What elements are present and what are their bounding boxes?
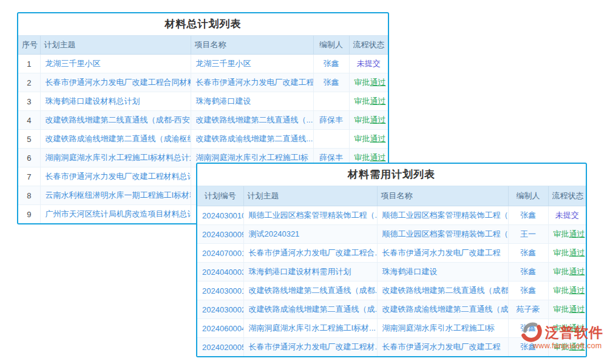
cell-author: 张鑫 [508,263,548,281]
cell-project[interactable]: 改建铁路成渝线增建第二直通线... [191,130,313,149]
fanpu-logo-icon [518,320,544,345]
cell-project[interactable]: 改建铁路线增建第二线直通线（成都... [377,281,508,300]
cell-author: 张鑫 [508,281,548,300]
cell-project[interactable]: 珠海鹤港口建设 [191,92,313,111]
cell-number[interactable]: 2024030001 [197,281,243,300]
cell-project[interactable]: 长春市伊通河水力发电厂改建工程 [377,338,508,357]
cell-index: 6 [18,149,40,167]
cell-subject[interactable]: 长春市伊通河水力发电厂改建工程合... [243,244,377,263]
cell-author: 张鑫 [508,244,548,263]
column-header-index: 序号 [18,36,40,55]
cell-number[interactable]: 2024060004 [197,319,243,338]
table-row[interactable]: 2024030009测试20240321顺德工业园区档案管理精装饰工程（...王… [197,225,586,244]
cell-project[interactable]: 湖南洞庭湖水库引水工程施工I标 [377,319,508,338]
cell-status[interactable]: 审批通过 [349,73,388,92]
table-row[interactable]: 3珠海鹤港口建设材料总计划珠海鹤港口建设审批通过 [18,92,388,111]
cell-subject[interactable]: 珠海鹤港口建设材料需用计划 [243,263,377,281]
cell-index: 9 [18,205,40,224]
table-row[interactable]: 2长春市伊通河水力发电厂改建工程合同材料...长春市伊通河水力发电厂改建工程张鑫… [18,73,388,92]
table-row[interactable]: 2024030001改建铁路线增建第二线直通线（成都...改建铁路线增建第二线直… [197,281,586,300]
cell-subject[interactable]: 改建铁路线增建第二线直通线（成都-西安）... [40,111,191,130]
cell-subject[interactable]: 改建铁路成渝线增建第二直通线（成... [243,300,377,319]
cell-number[interactable]: 2024020005 [197,338,243,357]
cell-author: 张鑫 [313,55,349,73]
column-header-author: 编制人 [313,36,349,55]
column-header-project: 项目名称 [191,36,313,55]
cell-project[interactable]: 珠海鹤港口建设 [377,263,508,281]
fanpu-watermark: 泛普软件 www.fanpusoft.com [518,320,607,350]
cell-project[interactable]: 长春市伊通河水力发电厂改建工程 [377,244,508,263]
cell-status[interactable]: 未提交 [548,206,586,225]
column-header-status: 流程状态 [349,36,388,55]
cell-project[interactable]: 长春市伊通河水力发电厂改建工程 [191,73,313,92]
cell-project[interactable]: 改建铁路线增建第二线直通线（... [191,111,313,130]
cell-author [313,130,349,149]
page: 材料总计划列表 序号计划主题项目名称编制人流程状态1龙湖三千里小区龙湖三千里小区… [0,0,607,364]
table-title: 材料需用计划列表 [197,164,586,186]
cell-author: 张鑫 [313,73,349,92]
cell-status[interactable]: 审批通过 [548,263,586,281]
cell-number[interactable]: 2024030010 [197,206,243,225]
watermark-brand-text: 泛普软件 [545,323,603,342]
watermark-url-text: www.fanpusoft.com [533,342,607,350]
cell-project[interactable]: 改建铁路成渝线增建第二直通线（成... [377,300,508,319]
cell-number[interactable]: 2024030009 [197,225,243,244]
cell-subject[interactable]: 广州市天河区统计局机房改造项目材料总计划 [40,205,191,224]
cell-index: 3 [18,92,40,111]
cell-subject[interactable]: 湖南洞庭湖水库引水工程施工I标材料总计划 [40,149,191,167]
table-row[interactable]: 2024030010顺德工业园区档案管理精装饰工程（...顺德工业园区档案管理精… [197,206,586,225]
cell-subject[interactable]: 改建铁路成渝线增建第二直通线（成渝枢纽... [40,130,191,149]
cell-subject[interactable]: 龙湖三千里小区 [40,55,191,73]
table-row[interactable]: 2024070001长春市伊通河水力发电厂改建工程合...长春市伊通河水力发电厂… [197,244,586,263]
table-row[interactable]: 2024030002改建铁路成渝线增建第二直通线（成...改建铁路成渝线增建第二… [197,300,586,319]
cell-subject[interactable]: 云南水利枢纽潜明水库一期工程施工I标材料... [40,186,191,205]
column-header-project: 项目名称 [377,186,508,206]
table-title: 材料总计划列表 [18,13,388,36]
table-row[interactable]: 4改建铁路线增建第二线直通线（成都-西安）...改建铁路线增建第二线直通线（..… [18,111,388,130]
cell-project[interactable]: 顺德工业园区档案管理精装饰工程（... [377,225,508,244]
cell-subject[interactable]: 顺德工业园区档案管理精装饰工程（... [243,206,377,225]
cell-status[interactable]: 审批通过 [349,92,388,111]
table-row[interactable]: 2024040003珠海鹤港口建设材料需用计划珠海鹤港口建设张鑫审批通过 [197,263,586,281]
cell-status[interactable]: 审批通过 [548,300,586,319]
cell-subject[interactable]: 湖南洞庭湖水库引水工程施工I标材... [243,319,377,338]
cell-project[interactable]: 顺德工业园区档案管理精装饰工程（... [377,206,508,225]
cell-status[interactable]: 审批通过 [548,281,586,300]
cell-index: 2 [18,73,40,92]
cell-subject[interactable]: 长春市伊通河水力发电厂改建工程材料总计划 [40,167,191,186]
cell-subject[interactable]: 改建铁路线增建第二线直通线（成都... [243,281,377,300]
cell-status[interactable]: 审批通过 [548,225,586,244]
cell-subject[interactable]: 测试20240321 [243,225,377,244]
cell-author: 苑子豪 [508,300,548,319]
cell-index: 8 [18,186,40,205]
cell-number[interactable]: 2024070001 [197,244,243,263]
cell-subject[interactable]: 长春市伊通河水力发电厂改建工程合同材料... [40,73,191,92]
cell-status[interactable]: 审批通过 [349,130,388,149]
column-header-author: 编制人 [508,186,548,206]
cell-status[interactable]: 审批通过 [349,111,388,130]
table-row[interactable]: 1龙湖三千里小区龙湖三千里小区张鑫未提交 [18,55,388,73]
cell-index: 7 [18,167,40,186]
cell-status[interactable]: 审批通过 [548,244,586,263]
cell-index: 1 [18,55,40,73]
cell-author [313,92,349,111]
column-header-status: 流程状态 [548,186,586,206]
cell-index: 4 [18,111,40,130]
cell-status[interactable]: 未提交 [349,55,388,73]
header-row: 序号计划主题项目名称编制人流程状态 [18,36,388,55]
cell-author: 王一 [508,225,548,244]
cell-index: 5 [18,130,40,149]
table-row[interactable]: 5改建铁路成渝线增建第二直通线（成渝枢纽...改建铁路成渝线增建第二直通线...… [18,130,388,149]
cell-subject[interactable]: 珠海鹤港口建设材料总计划 [40,92,191,111]
cell-subject[interactable]: 长春市伊通河水力发电厂改建工程材... [243,338,377,357]
column-header-subject: 计划主题 [243,186,377,206]
header-row: 计划编号计划主题项目名称编制人流程状态 [197,186,586,206]
column-header-subject: 计划主题 [40,36,191,55]
cell-number[interactable]: 2024040003 [197,263,243,281]
column-header-number: 计划编号 [197,186,243,206]
cell-number[interactable]: 2024030002 [197,300,243,319]
cell-project[interactable]: 龙湖三千里小区 [191,55,313,73]
cell-author: 薛保丰 [313,111,349,130]
cell-author: 张鑫 [508,206,548,225]
